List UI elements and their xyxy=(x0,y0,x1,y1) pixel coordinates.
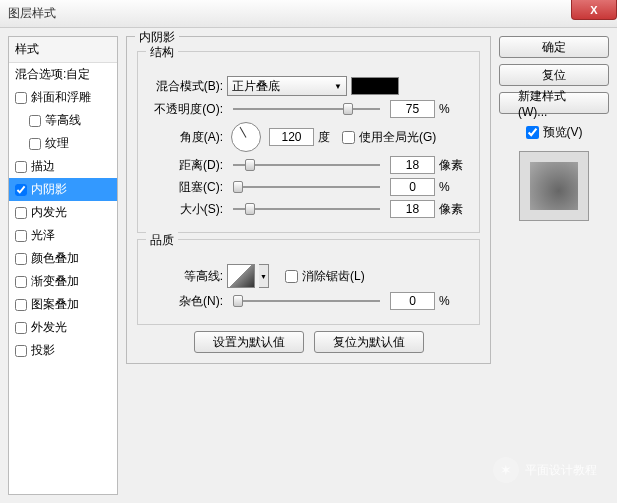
angle-row: 角度(A): 度 使用全局光(G) xyxy=(148,122,469,152)
preview-thumbnail xyxy=(519,151,589,221)
global-light-label: 使用全局光(G) xyxy=(359,129,436,146)
styles-header: 样式 xyxy=(9,37,117,63)
quality-group: 品质 等高线: ▼ 消除锯齿(L) 杂色(N): % xyxy=(137,239,480,325)
contour-dropdown-arrow[interactable]: ▼ xyxy=(259,264,269,288)
pattern-overlay-item[interactable]: 图案叠加 xyxy=(9,293,117,316)
global-light-checkbox[interactable] xyxy=(342,131,355,144)
distance-label: 距离(D): xyxy=(148,157,223,174)
inner-shadow-item[interactable]: 内阴影 xyxy=(9,178,117,201)
choke-slider[interactable] xyxy=(233,179,380,195)
antialias-checkbox[interactable] xyxy=(285,270,298,283)
opacity-slider[interactable] xyxy=(233,101,380,117)
noise-label: 杂色(N): xyxy=(148,293,223,310)
stroke-checkbox[interactable] xyxy=(15,161,27,173)
contour-checkbox[interactable] xyxy=(29,115,41,127)
blend-mode-dropdown[interactable]: 正片叠底 xyxy=(227,76,347,96)
window-title: 图层样式 xyxy=(8,5,56,22)
structure-title: 结构 xyxy=(146,44,178,61)
angle-input[interactable] xyxy=(269,128,314,146)
choke-input[interactable] xyxy=(390,178,435,196)
opacity-row: 不透明度(O): % xyxy=(148,100,469,118)
styles-list: 样式 混合选项:自定 斜面和浮雕 等高线 纹理 描边 内阴影 内发光 光泽 颜色… xyxy=(8,36,118,495)
contour-row: 等高线: ▼ 消除锯齿(L) xyxy=(148,264,469,288)
contour-swatch[interactable] xyxy=(227,264,255,288)
angle-dial[interactable] xyxy=(231,122,261,152)
distance-unit: 像素 xyxy=(439,157,469,174)
preview-label: 预览(V) xyxy=(543,124,583,141)
set-default-button[interactable]: 设置为默认值 xyxy=(194,331,304,353)
satin-item[interactable]: 光泽 xyxy=(9,224,117,247)
satin-checkbox[interactable] xyxy=(15,230,27,242)
wechat-icon: ✶ xyxy=(493,457,519,483)
texture-item[interactable]: 纹理 xyxy=(9,132,117,155)
gradient-overlay-item[interactable]: 渐变叠加 xyxy=(9,270,117,293)
pattern-overlay-checkbox[interactable] xyxy=(15,299,27,311)
preview-checkbox[interactable] xyxy=(526,126,539,139)
blend-options-item[interactable]: 混合选项:自定 xyxy=(9,63,117,86)
color-overlay-item[interactable]: 颜色叠加 xyxy=(9,247,117,270)
drop-shadow-item[interactable]: 投影 xyxy=(9,339,117,362)
noise-unit: % xyxy=(439,294,469,308)
opacity-label: 不透明度(O): xyxy=(148,101,223,118)
new-style-button[interactable]: 新建样式(W)... xyxy=(499,92,609,114)
angle-unit: 度 xyxy=(318,129,330,146)
center-panel: 内阴影 结构 混合模式(B): 正片叠底 不透明度(O): % 角度(A): xyxy=(126,36,491,495)
main-group: 内阴影 结构 混合模式(B): 正片叠底 不透明度(O): % 角度(A): xyxy=(126,36,491,364)
angle-label: 角度(A): xyxy=(148,129,223,146)
choke-unit: % xyxy=(439,180,469,194)
distance-input[interactable] xyxy=(390,156,435,174)
opacity-input[interactable] xyxy=(390,100,435,118)
stroke-item[interactable]: 描边 xyxy=(9,155,117,178)
quality-title: 品质 xyxy=(146,232,178,249)
antialias-label: 消除锯齿(L) xyxy=(302,268,365,285)
ok-button[interactable]: 确定 xyxy=(499,36,609,58)
distance-row: 距离(D): 像素 xyxy=(148,156,469,174)
close-button[interactable]: X xyxy=(571,0,617,20)
preview-check-row: 预览(V) xyxy=(499,124,609,141)
texture-checkbox[interactable] xyxy=(29,138,41,150)
noise-row: 杂色(N): % xyxy=(148,292,469,310)
bevel-checkbox[interactable] xyxy=(15,92,27,104)
gradient-overlay-checkbox[interactable] xyxy=(15,276,27,288)
size-unit: 像素 xyxy=(439,201,469,218)
size-slider[interactable] xyxy=(233,201,380,217)
inner-shadow-checkbox[interactable] xyxy=(15,184,27,196)
right-panel: 确定 复位 新建样式(W)... 预览(V) xyxy=(499,36,609,495)
inner-glow-checkbox[interactable] xyxy=(15,207,27,219)
noise-slider[interactable] xyxy=(233,293,380,309)
titlebar: 图层样式 X xyxy=(0,0,617,28)
size-input[interactable] xyxy=(390,200,435,218)
restore-default-button[interactable]: 复位为默认值 xyxy=(314,331,424,353)
blend-mode-label: 混合模式(B): xyxy=(148,78,223,95)
choke-row: 阻塞(C): % xyxy=(148,178,469,196)
outer-glow-item[interactable]: 外发光 xyxy=(9,316,117,339)
structure-group: 结构 混合模式(B): 正片叠底 不透明度(O): % 角度(A): 度 xyxy=(137,51,480,233)
noise-input[interactable] xyxy=(390,292,435,310)
cancel-button[interactable]: 复位 xyxy=(499,64,609,86)
bevel-item[interactable]: 斜面和浮雕 xyxy=(9,86,117,109)
watermark-text: 平面设计教程 xyxy=(525,462,597,479)
default-buttons-row: 设置为默认值 复位为默认值 xyxy=(137,331,480,353)
watermark: ✶ 平面设计教程 xyxy=(493,457,597,483)
outer-glow-checkbox[interactable] xyxy=(15,322,27,334)
distance-slider[interactable] xyxy=(233,157,380,173)
drop-shadow-checkbox[interactable] xyxy=(15,345,27,357)
size-label: 大小(S): xyxy=(148,201,223,218)
inner-glow-item[interactable]: 内发光 xyxy=(9,201,117,224)
opacity-unit: % xyxy=(439,102,469,116)
size-row: 大小(S): 像素 xyxy=(148,200,469,218)
shadow-color-swatch[interactable] xyxy=(351,77,399,95)
dialog-body: 样式 混合选项:自定 斜面和浮雕 等高线 纹理 描边 内阴影 内发光 光泽 颜色… xyxy=(0,28,617,503)
blend-mode-row: 混合模式(B): 正片叠底 xyxy=(148,76,469,96)
choke-label: 阻塞(C): xyxy=(148,179,223,196)
color-overlay-checkbox[interactable] xyxy=(15,253,27,265)
contour-item[interactable]: 等高线 xyxy=(9,109,117,132)
contour-label: 等高线: xyxy=(148,268,223,285)
